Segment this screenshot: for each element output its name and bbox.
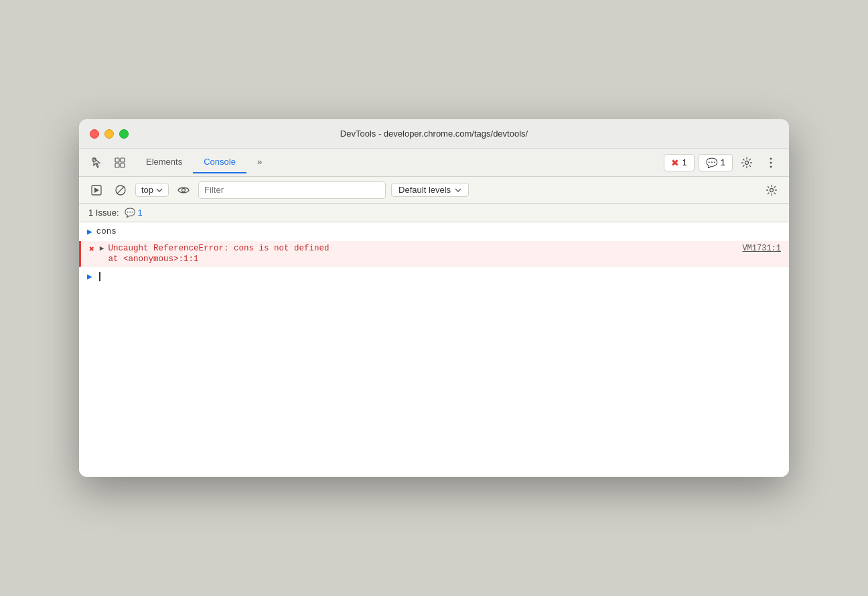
cursor [99, 272, 100, 281]
issue-badge-count: 1 [138, 208, 143, 218]
svg-rect-1 [115, 158, 119, 162]
svg-marker-10 [94, 188, 99, 193]
traffic-lights [90, 129, 129, 139]
cursor-icon-btn[interactable] [87, 153, 107, 173]
block-icon-btn[interactable] [111, 181, 130, 200]
console-content: ▶ cons ✖ ▶ Uncaught ReferenceError: cons… [79, 222, 789, 477]
console-expand-row[interactable]: ▶ cons [79, 222, 789, 241]
issue-message-icon: 💬 [125, 208, 135, 218]
console-input-line[interactable]: ▶ [79, 267, 789, 286]
clear-console-btn[interactable] [87, 181, 106, 200]
eye-icon-btn[interactable] [174, 181, 193, 200]
error-badge-btn[interactable]: ✖ 1 [664, 154, 695, 171]
svg-line-12 [117, 186, 125, 194]
input-prompt-icon: ▶ [87, 271, 92, 282]
tab-console[interactable]: Console [193, 151, 246, 173]
minimize-button[interactable] [104, 129, 114, 139]
console-toolbar: top Default levels [79, 177, 789, 204]
title-bar: DevTools - developer.chrome.com/tags/dev… [79, 119, 789, 149]
settings-gear-btn[interactable] [737, 153, 757, 173]
inspect-icon [114, 157, 126, 169]
console-gear-icon [766, 184, 778, 196]
window-title: DevTools - developer.chrome.com/tags/dev… [340, 129, 528, 139]
svg-point-5 [745, 161, 749, 164]
issue-text: 1 Issue: [88, 208, 119, 218]
message-badge-btn[interactable]: 💬 1 [699, 154, 733, 171]
eye-icon [177, 185, 190, 195]
filter-input[interactable] [198, 181, 386, 199]
tab-elements[interactable]: Elements [135, 151, 193, 173]
cursor-icon [91, 157, 103, 169]
maximize-button[interactable] [119, 129, 129, 139]
inspect-icon-btn[interactable] [110, 153, 130, 173]
svg-point-8 [770, 165, 772, 167]
svg-rect-4 [121, 163, 125, 167]
error-circle-icon: ✖ [89, 244, 94, 254]
message-count: 1 [721, 157, 725, 167]
expand-arrow-icon: ▶ [87, 226, 92, 237]
context-selector[interactable]: top [135, 183, 169, 197]
more-vertical-icon [770, 157, 772, 169]
tab-more[interactable]: » [246, 151, 273, 173]
error-main-text: Uncaught ReferenceError: cons is not def… [108, 244, 742, 253]
expand-row-text: cons [96, 227, 117, 236]
play-icon [91, 185, 102, 196]
tab-bar-right: ✖ 1 💬 1 [664, 153, 781, 173]
context-selector-label: top [141, 185, 153, 195]
console-settings-btn[interactable] [762, 181, 781, 200]
more-options-btn[interactable] [761, 153, 781, 173]
tab-bar-icons [87, 153, 130, 173]
devtools-window: DevTools - developer.chrome.com/tags/dev… [79, 119, 789, 477]
issue-banner: 1 Issue: 💬 1 [79, 204, 789, 222]
error-line[interactable]: ✖ ▶ Uncaught ReferenceError: cons is not… [79, 241, 789, 267]
error-circle-icon: ✖ [671, 157, 679, 168]
tab-list: Elements Console » [135, 151, 664, 173]
levels-chevron-icon [455, 188, 461, 192]
svg-rect-2 [121, 158, 125, 162]
message-icon: 💬 [706, 157, 717, 168]
gear-icon [741, 157, 753, 169]
error-second-line: at <anonymous>:1:1 [108, 254, 781, 264]
chevron-down-icon [156, 188, 163, 192]
svg-point-7 [770, 161, 772, 163]
svg-point-6 [770, 157, 772, 159]
svg-point-13 [182, 188, 186, 192]
error-source-link[interactable]: VM1731:1 [742, 244, 781, 253]
block-icon [115, 184, 127, 196]
default-levels-btn[interactable]: Default levels [391, 183, 469, 197]
svg-rect-3 [115, 163, 119, 167]
issue-message-badge[interactable]: 💬 1 [125, 208, 143, 218]
svg-point-14 [770, 188, 774, 192]
tab-bar: Elements Console » ✖ 1 💬 1 [79, 149, 789, 177]
error-expand-icon: ▶ [100, 244, 104, 252]
error-count: 1 [682, 157, 687, 167]
error-content: Uncaught ReferenceError: cons is not def… [108, 244, 781, 264]
default-levels-label: Default levels [399, 185, 451, 195]
close-button[interactable] [90, 129, 99, 139]
